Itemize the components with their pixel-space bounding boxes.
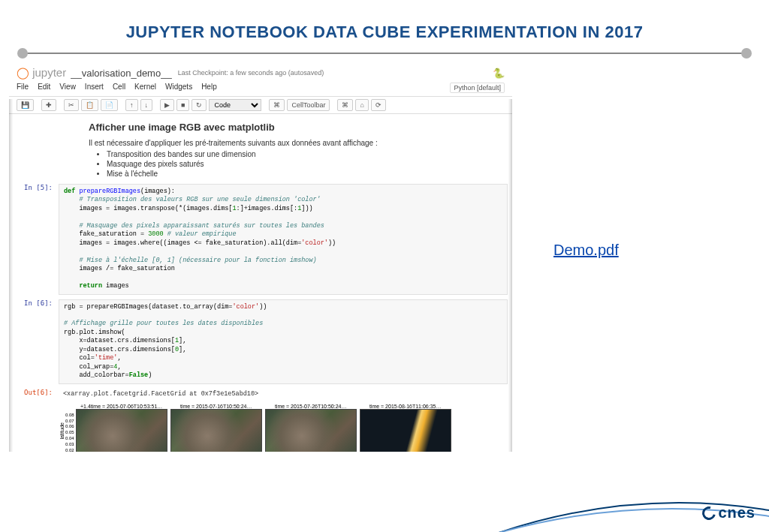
cnes-logo: cnes bbox=[702, 504, 755, 521]
jupyter-screenshot: ◯ jupyter __valorisation_demo__ Last Che… bbox=[9, 63, 512, 452]
kernel-indicator[interactable]: Python [default] bbox=[450, 83, 505, 93]
menu-cell[interactable]: Cell bbox=[113, 83, 125, 93]
y-axis-label: latitude bbox=[59, 422, 65, 440]
divider bbox=[23, 53, 746, 54]
jupyter-logo: ◯ jupyter bbox=[17, 66, 66, 80]
checkpoint-text: Last Checkpoint: a few seconds ago (auto… bbox=[178, 69, 324, 77]
stop-button[interactable]: ■ bbox=[176, 99, 189, 111]
paste-button[interactable]: 📄 bbox=[101, 99, 118, 111]
jupyter-header: ◯ jupyter __valorisation_demo__ Last Che… bbox=[9, 63, 512, 80]
output-cell-6: Out[6]: <xarray.plot.facetgrid.FacetGrid… bbox=[14, 389, 508, 399]
code-area[interactable]: rgb = prepareRGBImages(dataset.to_array(… bbox=[59, 299, 508, 384]
extra-button-2[interactable]: ⌂ bbox=[355, 99, 368, 111]
menu-help[interactable]: Help bbox=[201, 83, 217, 93]
menu-edit[interactable]: Edit bbox=[38, 83, 50, 93]
in-prompt: In [5]: bbox=[14, 184, 59, 295]
copy-button[interactable]: 📋 bbox=[81, 99, 98, 111]
satellite-thumb bbox=[265, 409, 357, 452]
bullet: Mise à l'échelle bbox=[107, 170, 478, 178]
notebook-body: Afficher une image RGB avec matplotlib I… bbox=[9, 114, 512, 452]
satellite-thumb bbox=[76, 409, 167, 452]
run-button[interactable]: ▶ bbox=[160, 99, 174, 111]
notebook-title[interactable]: __valorisation_demo__ bbox=[71, 68, 171, 79]
markdown-intro: Il est nécessaire d'appliquer les pré-tr… bbox=[89, 139, 478, 147]
facet-grid: latitude 0.080.070.060.050.040.030.020.0… bbox=[59, 404, 508, 452]
move-down-button[interactable]: ↓ bbox=[140, 99, 153, 111]
celltoolbar-button[interactable]: CellToolbar bbox=[287, 99, 330, 111]
extra-button-3[interactable]: ⟳ bbox=[371, 99, 386, 111]
bullet: Transposition des bandes sur une dimensi… bbox=[107, 150, 478, 158]
toolbar: 💾 ✚ ✂ 📋 📄 ↑ ↓ ▶ ■ ↻ Code ⌘ CellToolbar ⌘… bbox=[9, 97, 512, 114]
cell-type-select[interactable]: Code bbox=[209, 99, 261, 111]
menu-bar: File Edit View Insert Cell Kernel Widget… bbox=[9, 80, 512, 97]
markdown-cell[interactable]: Afficher une image RGB avec matplotlib I… bbox=[89, 122, 478, 178]
bullet: Masquage des pixels saturés bbox=[107, 160, 478, 168]
satellite-thumb bbox=[170, 409, 262, 452]
menu-insert[interactable]: Insert bbox=[85, 83, 104, 93]
code-cell-5[interactable]: In [5]: def prepareRGBImages(images): # … bbox=[14, 184, 508, 295]
save-button[interactable]: 💾 bbox=[17, 99, 34, 111]
in-prompt: In [6]: bbox=[14, 299, 59, 384]
y-ticks: 0.080.070.060.050.040.030.020.01 bbox=[65, 404, 76, 452]
extra-button-1[interactable]: ⌘ bbox=[337, 99, 353, 111]
markdown-heading: Afficher une image RGB avec matplotlib bbox=[89, 122, 478, 134]
cut-button[interactable]: ✂ bbox=[64, 99, 79, 111]
menu-widgets[interactable]: Widgets bbox=[165, 83, 192, 93]
slide-title: JUPYTER NOTEBOOK DATA CUBE EXPERIMENTATI… bbox=[0, 0, 769, 53]
menu-view[interactable]: View bbox=[59, 83, 76, 93]
satellite-thumb bbox=[360, 409, 451, 452]
out-prompt: Out[6]: bbox=[14, 389, 59, 399]
add-cell-button[interactable]: ✚ bbox=[41, 99, 56, 111]
python-icon: 🐍 bbox=[493, 68, 505, 79]
code-area[interactable]: def prepareRGBImages(images): # Transpos… bbox=[59, 184, 508, 295]
output-text: <xarray.plot.facetgrid.FacetGrid at 0x7f… bbox=[59, 389, 508, 399]
menu-file[interactable]: File bbox=[17, 83, 29, 93]
command-palette-button[interactable]: ⌘ bbox=[269, 99, 285, 111]
move-up-button[interactable]: ↑ bbox=[125, 99, 138, 111]
demo-pdf-link[interactable]: Demo.pdf bbox=[553, 242, 619, 258]
restart-button[interactable]: ↻ bbox=[191, 99, 207, 111]
menu-kernel[interactable]: Kernel bbox=[134, 83, 156, 93]
code-cell-6[interactable]: In [6]: rgb = prepareRGBImages(dataset.t… bbox=[14, 299, 508, 384]
